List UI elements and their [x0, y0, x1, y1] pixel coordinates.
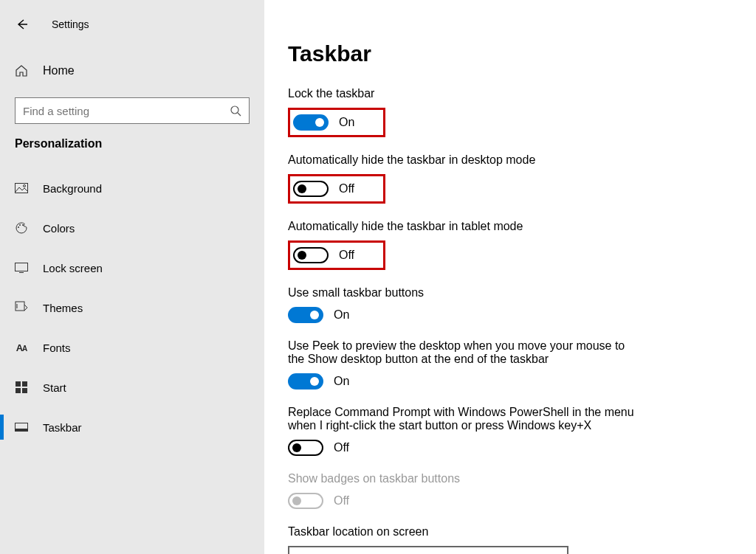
setting-label: Show badges on taskbar buttons: [288, 472, 642, 485]
search-box[interactable]: [15, 97, 250, 124]
toggle-state: On: [339, 116, 354, 129]
sidebar: Settings Home Personalization Background…: [0, 0, 264, 554]
setting-label: Replace Command Prompt with Windows Powe…: [288, 406, 642, 432]
nav-item-colors[interactable]: Colors: [0, 208, 264, 248]
home-nav[interactable]: Home: [0, 56, 264, 86]
home-icon: [13, 64, 30, 77]
section-label: Personalization: [15, 137, 264, 150]
highlight-box: On: [288, 108, 385, 137]
nav-item-start[interactable]: Start: [0, 367, 264, 407]
toggle-hide-tablet[interactable]: [293, 247, 329, 263]
palette-icon: [13, 221, 30, 235]
nav-label: Lock screen: [43, 262, 103, 274]
nav-item-lockscreen[interactable]: Lock screen: [0, 248, 264, 288]
taskbar-location-select[interactable]: Bottom: [288, 546, 568, 554]
setting-peek: Use Peek to preview the desktop when you…: [288, 339, 732, 389]
toggle-state: Off: [334, 494, 349, 508]
search-input[interactable]: [23, 105, 200, 117]
setting-location: Taskbar location on screen Bottom: [288, 525, 732, 554]
home-label: Home: [43, 64, 75, 77]
toggle-hide-desktop[interactable]: [293, 181, 329, 197]
nav-item-themes[interactable]: Themes: [0, 288, 264, 328]
toggle-state: Off: [339, 249, 354, 262]
nav-item-taskbar[interactable]: Taskbar: [0, 407, 264, 447]
svg-line-1: [238, 113, 241, 116]
toggle-small-buttons[interactable]: [288, 307, 323, 323]
setting-powershell: Replace Command Prompt with Windows Powe…: [288, 406, 732, 456]
nav-item-fonts[interactable]: AA Fonts: [0, 328, 264, 367]
svg-rect-7: [16, 263, 28, 271]
svg-point-0: [231, 106, 238, 114]
setting-lock-taskbar: Lock the taskbar On: [288, 87, 732, 137]
nav-label: Start: [43, 381, 66, 394]
svg-rect-11: [16, 381, 21, 387]
nav-item-background[interactable]: Background: [0, 168, 264, 208]
highlight-box: Off: [288, 174, 385, 204]
toggle-powershell[interactable]: [288, 440, 323, 456]
back-icon[interactable]: [15, 17, 30, 32]
setting-label: Lock the taskbar: [288, 87, 642, 100]
image-icon: [13, 183, 30, 193]
toggle-lock-taskbar[interactable]: [293, 114, 329, 131]
nav-list: Background Colors Lock screen Themes AA …: [0, 168, 264, 447]
setting-hide-tablet: Automatically hide the taskbar in tablet…: [288, 220, 732, 270]
svg-rect-12: [22, 381, 27, 387]
svg-rect-14: [22, 388, 27, 393]
setting-label: Use small taskbar buttons: [288, 286, 642, 299]
toggle-state: On: [334, 308, 349, 322]
toggle-state: Off: [334, 441, 349, 454]
setting-label: Automatically hide the taskbar in tablet…: [288, 220, 642, 233]
svg-point-6: [22, 224, 24, 226]
search-icon: [230, 105, 241, 117]
nav-label: Fonts: [43, 342, 71, 354]
taskbar-icon: [13, 423, 30, 432]
highlight-box: Off: [288, 240, 385, 270]
nav-label: Background: [43, 182, 102, 195]
toggle-state: On: [334, 375, 349, 388]
toggle-peek[interactable]: [288, 373, 323, 389]
svg-rect-2: [16, 184, 28, 193]
svg-point-3: [24, 185, 26, 187]
setting-small-buttons: Use small taskbar buttons On: [288, 286, 732, 323]
svg-rect-16: [16, 429, 28, 432]
setting-label: Taskbar location on screen: [288, 525, 642, 539]
nav-label: Colors: [43, 222, 75, 235]
main-content: Taskbar Lock the taskbar On Automaticall…: [264, 0, 756, 554]
monitor-icon: [13, 263, 30, 273]
setting-hide-desktop: Automatically hide the taskbar in deskto…: [288, 153, 732, 204]
font-icon: AA: [13, 342, 30, 353]
toggle-state: Off: [339, 182, 354, 195]
theme-icon: [13, 301, 30, 314]
nav-label: Themes: [43, 302, 83, 314]
app-title: Settings: [52, 18, 89, 30]
setting-label: Use Peek to preview the desktop when you…: [288, 339, 642, 366]
svg-rect-13: [16, 388, 21, 393]
setting-label: Automatically hide the taskbar in deskto…: [288, 153, 642, 167]
svg-point-4: [18, 226, 19, 228]
start-icon: [13, 381, 30, 393]
nav-label: Taskbar: [43, 421, 82, 434]
page-title: Taskbar: [288, 41, 732, 66]
setting-badges: Show badges on taskbar buttons Off: [288, 472, 732, 509]
toggle-badges: [288, 493, 323, 509]
svg-point-5: [19, 224, 21, 226]
